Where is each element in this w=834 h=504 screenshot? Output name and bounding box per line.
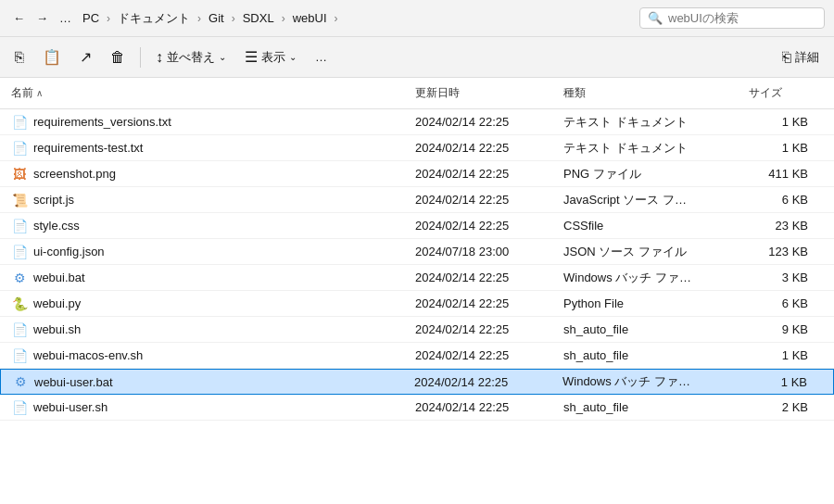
file-date: 2024/02/14 22:25: [415, 115, 563, 129]
file-name-cell: 📄 requirements_versions.txt: [11, 114, 415, 131]
toolbar-right: ⎗ 詳細: [775, 44, 827, 70]
file-name-cell: 🐍 webui.py: [11, 296, 415, 312]
search-icon: 🔍: [648, 11, 663, 25]
file-type: Windows バッチ ファ…: [562, 373, 748, 390]
col-header-size[interactable]: サイズ: [749, 82, 823, 105]
details-btn[interactable]: ⎗ 詳細: [775, 44, 827, 70]
file-row[interactable]: 📜 script.js 2024/02/14 22:25 JavaScript …: [0, 187, 834, 213]
file-size: 1 KB: [748, 375, 822, 389]
file-name: ui-config.json: [33, 245, 105, 258]
file-name: webui-user.sh: [33, 400, 107, 414]
file-name-cell: 🖼 screenshot.png: [11, 166, 415, 183]
nav-forward-btn[interactable]: →: [32, 9, 52, 27]
file-type-icon: 🐍: [11, 296, 28, 312]
file-type: JSON ソース ファイル: [563, 244, 749, 260]
file-name: webui.sh: [33, 322, 81, 336]
file-type-icon: ⚙: [11, 270, 28, 286]
file-row[interactable]: 📄 style.css 2024/02/14 22:25 CSSfile 23 …: [0, 213, 834, 239]
file-type: PNG ファイル: [563, 166, 749, 183]
file-name-cell: ⚙ webui.bat: [11, 270, 415, 286]
view-btn[interactable]: ☰ 表示 ⌄: [237, 44, 304, 70]
file-name-cell: 📄 ui-config.json: [11, 244, 415, 260]
col-header-type[interactable]: 種類: [563, 82, 749, 105]
more-btn[interactable]: …: [308, 45, 335, 69]
sep3: ›: [232, 12, 235, 25]
file-size: 2 KB: [749, 400, 823, 414]
file-name-cell: 📄 requirements-test.txt: [11, 140, 415, 157]
file-size: 9 KB: [749, 322, 823, 336]
file-size: 411 KB: [749, 167, 823, 181]
file-date: 2024/02/14 22:25: [415, 193, 563, 207]
delete-btn[interactable]: 🗑: [103, 44, 133, 70]
copy-btn[interactable]: ⎘: [7, 44, 32, 70]
search-box[interactable]: 🔍: [639, 7, 825, 29]
breadcrumb-webui[interactable]: webUI: [289, 9, 331, 27]
file-size: 23 KB: [749, 219, 823, 233]
file-date: 2024/07/18 23:00: [415, 245, 563, 258]
file-name-cell: 📄 webui-user.sh: [11, 399, 415, 416]
file-row[interactable]: 🖼 screenshot.png 2024/02/14 22:25 PNG ファ…: [0, 161, 834, 187]
file-name: requirements_versions.txt: [33, 115, 171, 129]
file-row[interactable]: ⚙ webui.bat 2024/02/14 22:25 Windows バッチ…: [0, 265, 834, 291]
toolbar: ⎘ 📋 ↗ 🗑 ↕ 並べ替え ⌄ ☰ 表示 ⌄ … ⎗ 詳細: [0, 37, 834, 78]
file-type: sh_auto_file: [563, 348, 749, 362]
file-name: script.js: [33, 193, 74, 207]
breadcrumb-pc[interactable]: PC: [79, 9, 103, 27]
file-list: 名前 ∧ 更新日時 種類 サイズ 📄 requirements_versions…: [0, 78, 834, 504]
file-rows-container: 📄 requirements_versions.txt 2024/02/14 2…: [0, 109, 834, 421]
file-type-icon: 📄: [11, 399, 28, 416]
paste-btn[interactable]: 📋: [35, 44, 69, 70]
details-icon: ⎗: [782, 49, 791, 66]
file-date: 2024/02/14 22:25: [415, 219, 563, 233]
file-name: webui.py: [33, 296, 81, 310]
file-row[interactable]: 📄 webui.sh 2024/02/14 22:25 sh_auto_file…: [0, 317, 834, 343]
delete-icon: 🗑: [110, 49, 125, 66]
view-chevron-icon: ⌄: [289, 52, 297, 62]
file-row[interactable]: 📄 webui-user.sh 2024/02/14 22:25 sh_auto…: [0, 395, 834, 421]
file-name-cell: 📜 script.js: [11, 192, 415, 208]
file-row[interactable]: 📄 requirements_versions.txt 2024/02/14 2…: [0, 109, 834, 135]
file-name-cell: 📄 webui.sh: [11, 321, 415, 338]
paste-icon: 📋: [43, 48, 61, 66]
file-name: webui-user.bat: [34, 375, 113, 389]
search-input[interactable]: [668, 11, 816, 25]
file-list-header: 名前 ∧ 更新日時 種類 サイズ: [0, 78, 834, 109]
view-icon: ☰: [245, 48, 258, 66]
file-date: 2024/02/14 22:25: [415, 400, 563, 414]
share-icon: ↗: [80, 48, 92, 66]
nav-back-btn[interactable]: ←: [9, 9, 29, 27]
file-date: 2024/02/14 22:25: [415, 296, 563, 310]
col-header-date[interactable]: 更新日時: [415, 82, 563, 105]
file-type-icon: ⚙: [12, 373, 29, 390]
breadcrumb-documents[interactable]: ドキュメント: [114, 8, 194, 29]
copy-icon: ⎘: [15, 49, 24, 66]
file-row[interactable]: 📄 ui-config.json 2024/07/18 23:00 JSON ソ…: [0, 239, 834, 265]
file-type: JavaScript ソース フ…: [563, 192, 749, 208]
file-date: 2024/02/14 22:25: [415, 167, 563, 181]
sep1: ›: [107, 12, 110, 25]
file-row[interactable]: ⚙ webui-user.bat 2024/02/14 22:25 Window…: [0, 369, 834, 395]
sort-icon: ↕: [156, 49, 163, 66]
file-type: テキスト ドキュメント: [563, 140, 749, 157]
file-type-icon: 📄: [11, 244, 28, 260]
file-size: 6 KB: [749, 296, 823, 310]
file-type: Windows バッチ ファ…: [563, 270, 749, 286]
breadcrumb-sdxl[interactable]: SDXL: [239, 9, 278, 27]
file-type-icon: 📄: [11, 114, 28, 131]
more-label: …: [315, 50, 327, 64]
file-row[interactable]: 📄 requirements-test.txt 2024/02/14 22:25…: [0, 135, 834, 161]
nav-more-btn[interactable]: …: [56, 9, 75, 27]
file-row[interactable]: 📄 webui-macos-env.sh 2024/02/14 22:25 sh…: [0, 343, 834, 369]
file-name: screenshot.png: [33, 167, 116, 181]
sort-btn[interactable]: ↕ 並べ替え ⌄: [148, 44, 234, 70]
file-type-icon: 📄: [11, 140, 28, 157]
sep5: ›: [335, 12, 338, 25]
file-name: requirements-test.txt: [33, 141, 144, 155]
file-type: sh_auto_file: [563, 400, 749, 414]
col-header-name[interactable]: 名前 ∧: [11, 82, 415, 105]
breadcrumb-git[interactable]: Git: [205, 9, 228, 27]
file-row[interactable]: 🐍 webui.py 2024/02/14 22:25 Python File …: [0, 291, 834, 317]
share-btn[interactable]: ↗: [72, 44, 99, 70]
file-size: 6 KB: [749, 193, 823, 207]
file-size: 1 KB: [749, 141, 823, 155]
